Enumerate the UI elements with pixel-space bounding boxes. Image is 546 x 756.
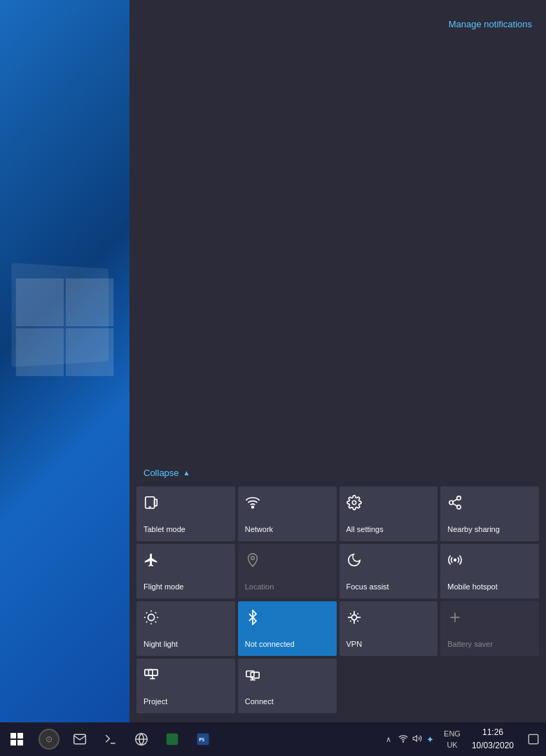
tablet-mode-icon xyxy=(144,495,159,512)
tile-connect-label: Connect xyxy=(245,697,274,706)
svg-point-9 xyxy=(457,496,461,500)
tile-location[interactable]: Location xyxy=(238,544,337,598)
tile-connect[interactable]: Connect xyxy=(238,659,337,713)
svg-point-15 xyxy=(454,559,456,561)
tile-network[interactable]: Network xyxy=(238,486,337,541)
svg-text:PS: PS xyxy=(199,737,204,743)
project-icon xyxy=(144,667,159,685)
location-icon xyxy=(245,552,260,570)
network-tray-icon[interactable] xyxy=(398,734,408,746)
svg-rect-1 xyxy=(66,279,113,326)
svg-line-12 xyxy=(453,503,457,506)
manage-notifications-link[interactable]: Manage notifications xyxy=(449,19,532,29)
date-label: 10/03/2020 xyxy=(472,739,514,752)
tile-nearby-sharing[interactable]: Nearby sharing xyxy=(440,486,539,541)
language-label: ENG xyxy=(444,728,461,740)
notifications-area xyxy=(130,42,546,462)
tile-flight-mode-label: Flight mode xyxy=(144,582,183,592)
tile-all-settings[interactable]: All settings xyxy=(340,486,438,541)
svg-text:X: X xyxy=(169,736,172,743)
tile-not-connected-label: Not connected xyxy=(245,640,295,649)
excel-taskbar-icon[interactable]: X xyxy=(157,722,188,756)
mail-taskbar-icon[interactable] xyxy=(64,722,95,756)
terminal-taskbar-icon[interactable] xyxy=(95,722,126,756)
tile-tablet-mode[interactable]: Tablet mode xyxy=(136,486,235,541)
svg-point-14 xyxy=(251,556,254,560)
svg-rect-0 xyxy=(16,279,64,326)
tile-project[interactable]: Project xyxy=(136,659,235,713)
clock-button[interactable]: 11:26 10/03/2020 xyxy=(465,726,521,752)
region-label: UK xyxy=(447,739,457,751)
tile-not-connected[interactable]: Not connected xyxy=(238,601,337,656)
svg-line-13 xyxy=(453,499,457,502)
windows-logo-icon xyxy=(10,733,23,746)
svg-line-30 xyxy=(350,613,351,614)
globe-taskbar-icon[interactable] xyxy=(126,722,157,756)
quick-actions-grid: Tablet mode Network All se xyxy=(130,486,546,713)
tile-vpn[interactable]: VPN xyxy=(340,601,438,656)
svg-line-31 xyxy=(357,621,358,622)
svg-rect-62 xyxy=(528,734,538,743)
volume-tray-icon[interactable] xyxy=(412,734,422,746)
collapse-button[interactable]: Collapse ▲ xyxy=(130,462,546,486)
tile-mobile-hotspot[interactable]: Mobile hotspot xyxy=(440,544,539,598)
language-indicator[interactable]: ENG UK xyxy=(440,728,465,751)
night-light-icon xyxy=(144,610,159,627)
svg-line-20 xyxy=(155,622,156,622)
svg-rect-3 xyxy=(66,328,113,376)
time-label: 11:26 xyxy=(482,726,503,739)
tile-focus-assist-label: Focus assist xyxy=(346,582,389,592)
focus-assist-icon xyxy=(346,552,362,570)
tile-nearby-sharing-label: Nearby sharing xyxy=(447,525,500,534)
notification-center-button[interactable] xyxy=(521,722,546,756)
taskbar: ⊙ X PS xyxy=(0,722,546,756)
connect-icon xyxy=(245,667,260,685)
vpn-icon xyxy=(346,610,362,627)
svg-point-10 xyxy=(449,500,454,505)
tile-mobile-hotspot-label: Mobile hotspot xyxy=(447,582,498,592)
svg-point-60 xyxy=(403,741,404,742)
tile-battery-saver[interactable]: Battery saver xyxy=(440,601,539,656)
tile-project-label: Project xyxy=(144,697,167,706)
show-hidden-icons-button[interactable]: ∧ xyxy=(383,735,394,744)
tile-location-label: Location xyxy=(245,582,274,592)
bluetooth-icon xyxy=(245,610,260,627)
powershell-taskbar-icon[interactable]: PS xyxy=(188,722,218,756)
svg-line-33 xyxy=(357,613,358,614)
system-tray-icons: ∧ ✦ xyxy=(377,734,440,746)
tile-night-light[interactable]: Night light xyxy=(136,601,235,656)
network-icon xyxy=(245,495,260,512)
collapse-chevron-icon: ▲ xyxy=(183,469,190,477)
svg-rect-37 xyxy=(148,670,158,676)
cortana-icon: ⊙ xyxy=(46,734,52,744)
tile-all-settings-label: All settings xyxy=(346,525,384,534)
mobile-hotspot-icon xyxy=(447,552,463,570)
svg-marker-61 xyxy=(413,735,416,741)
svg-point-11 xyxy=(457,505,461,510)
start-button[interactable] xyxy=(0,722,34,756)
tile-flight-mode[interactable]: Flight mode xyxy=(136,544,235,598)
svg-point-25 xyxy=(351,615,356,620)
svg-rect-6 xyxy=(155,499,158,505)
svg-line-32 xyxy=(350,621,351,622)
tile-tablet-mode-label: Tablet mode xyxy=(144,525,186,534)
desktop-background xyxy=(0,0,130,756)
action-center-panel: Manage notifications Collapse ▲ Tablet m… xyxy=(130,0,546,756)
dropbox-tray-icon[interactable]: ✦ xyxy=(426,734,434,745)
flight-mode-icon xyxy=(144,552,159,570)
action-center-header: Manage notifications xyxy=(130,0,546,42)
nearby-sharing-icon xyxy=(447,495,463,512)
settings-icon xyxy=(346,495,362,512)
tile-network-label: Network xyxy=(245,525,273,534)
svg-point-8 xyxy=(352,500,356,505)
tile-night-light-label: Night light xyxy=(144,640,178,649)
collapse-label: Collapse xyxy=(144,468,179,478)
svg-point-7 xyxy=(251,506,253,508)
svg-line-24 xyxy=(155,612,156,613)
cortana-button[interactable]: ⊙ xyxy=(34,722,64,756)
svg-line-23 xyxy=(146,622,147,622)
battery-saver-icon xyxy=(447,610,463,627)
svg-point-16 xyxy=(148,614,154,620)
tile-battery-saver-label: Battery saver xyxy=(447,640,493,649)
tile-focus-assist[interactable]: Focus assist xyxy=(340,544,438,598)
